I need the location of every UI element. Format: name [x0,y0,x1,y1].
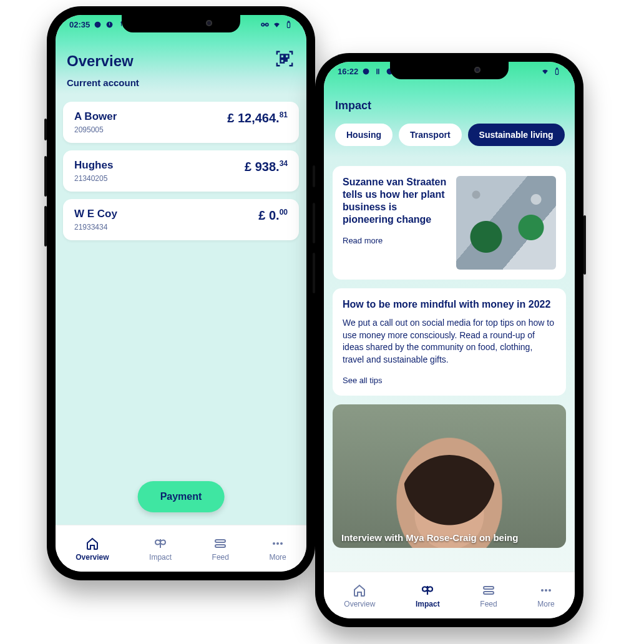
nav-label: More [269,553,286,562]
battery-icon [553,67,561,76]
device-notch [390,62,509,79]
feed-icon [213,536,228,551]
account-balance: £ 0.00 [258,208,288,223]
phone-overview: 02:35 Overview Curren [47,6,315,580]
svg-rect-23 [484,592,494,594]
svg-rect-11 [215,540,225,542]
home-icon [85,536,100,551]
svg-point-15 [280,542,283,545]
article-title: How to be more mindful with money in 202… [343,298,556,311]
nav-more[interactable]: More [269,536,286,562]
svg-rect-12 [215,545,225,547]
article-card[interactable]: Suzanne van Straaten tells us how her pl… [333,166,566,280]
account-card[interactable]: Hughes 21340205 £ 938.34 [63,150,299,192]
read-more-link[interactable]: Read more [343,236,383,245]
nav-feed[interactable]: Feed [480,583,497,608]
screen-overview: 02:35 Overview Curren [56,15,306,572]
impact-feed[interactable]: Suzanne van Straaten tells us how her pl… [324,157,575,572]
account-number: 2095005 [74,125,117,134]
svg-point-13 [273,542,275,545]
nav-label: More [537,600,554,608]
account-number: 21340205 [74,174,113,183]
account-card[interactable]: A Bower 2095005 £ 12,464.81 [63,102,299,143]
chip-housing[interactable]: Housing [335,124,393,146]
page-title: Overview [67,52,295,70]
article-card[interactable]: Interview with Mya Rose-Craig on being [333,404,566,548]
article-image [456,176,556,270]
svg-point-25 [545,589,547,592]
status-time: 16:22 [338,67,358,76]
svg-point-3 [261,23,264,26]
svg-point-14 [276,542,279,545]
nav-label: Impact [416,600,440,608]
qr-scan-icon[interactable] [275,49,294,68]
svg-rect-5 [287,22,290,28]
nav-more[interactable]: More [537,583,554,608]
chip-transport[interactable]: Transport [399,124,462,146]
see-all-tips-link[interactable]: See all tips [343,376,383,385]
article-card[interactable]: How to be more mindful with money in 202… [333,288,566,396]
nav-label: Overview [76,553,109,562]
screen-impact: 16:22 Impact Housing Transport Sustainab… [324,62,575,618]
svg-rect-6 [288,21,289,22]
nav-impact[interactable]: Impact [416,583,440,608]
more-icon [539,583,554,598]
device-notch [122,15,240,32]
wifi-icon [273,21,281,29]
account-balance: £ 938.34 [245,159,288,174]
home-icon [352,583,367,598]
nav-impact[interactable]: Impact [149,536,172,562]
article-title: Suzanne van Straaten tells us how her pl… [343,176,449,226]
nav-feed[interactable]: Feed [212,536,229,562]
status-icon [105,21,114,29]
svg-rect-9 [280,59,284,63]
payment-button[interactable]: Payment [138,481,225,512]
feed-icon [481,583,496,598]
svg-rect-8 [285,54,289,58]
svg-point-16 [363,69,369,75]
status-icon [362,67,370,76]
svg-point-24 [541,589,544,592]
butterfly-icon [153,536,168,551]
status-icon [94,21,102,29]
svg-point-0 [95,22,101,28]
category-chips: Housing Transport Sustainable living [335,124,564,146]
nav-label: Feed [480,600,497,608]
account-card[interactable]: W E Coy 21933434 £ 0.00 [63,199,299,240]
status-icon [374,67,382,76]
account-name: A Bower [74,110,117,123]
svg-rect-7 [280,54,284,58]
bottom-nav: Overview Impact Feed More [56,525,306,572]
svg-rect-22 [484,587,494,589]
phone-impact: 16:22 Impact Housing Transport Sustainab… [315,53,583,627]
article-body: We put a call out on social media for to… [343,317,556,366]
nav-overview[interactable]: Overview [344,583,375,608]
svg-rect-17 [377,69,378,74]
nav-label: Feed [212,553,229,562]
page-title: Impact [335,99,564,112]
accounts-section-label: Current account [67,77,295,88]
svg-point-26 [549,589,551,592]
butterfly-icon [420,583,435,598]
svg-rect-2 [109,22,110,25]
account-name: W E Coy [74,208,117,220]
svg-point-4 [266,23,268,26]
status-time: 02:35 [69,20,90,29]
svg-rect-18 [378,69,379,74]
bottom-nav: Overview Impact Feed More [324,572,575,618]
svg-rect-10 [285,59,287,61]
nav-label: Overview [344,600,375,608]
chip-sustainable-living[interactable]: Sustainable living [468,124,565,146]
svg-rect-20 [555,69,558,75]
nav-label: Impact [149,553,172,562]
wifi-icon [541,67,549,76]
account-name: Hughes [74,159,113,172]
link-icon [261,21,269,29]
battery-icon [285,21,293,29]
more-icon [270,536,285,551]
article-overlay-title: Interview with Mya Rose-Craig on being [341,532,557,543]
svg-rect-21 [556,68,557,69]
nav-overview[interactable]: Overview [76,536,109,562]
account-balance: £ 12,464.81 [227,110,288,125]
accounts-list: A Bower 2095005 £ 12,464.81 Hughes 21340… [56,94,306,525]
